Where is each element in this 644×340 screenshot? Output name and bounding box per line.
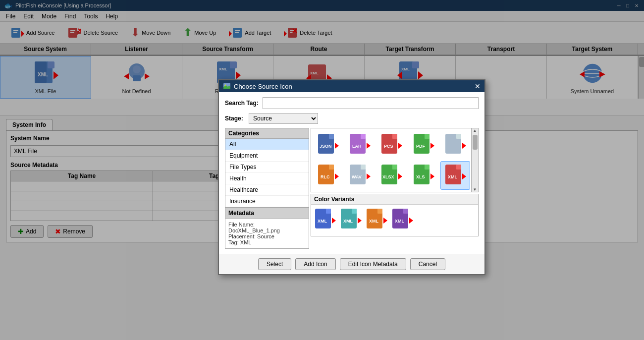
category-equipment[interactable]: Equipment [225, 150, 309, 162]
svg-rect-79 [329, 165, 334, 170]
placement-value: Source [257, 233, 274, 239]
svg-rect-83 [361, 165, 366, 170]
categories-panel: Categories All Equipment File Types Heal… [225, 128, 309, 208]
svg-marker-74 [430, 143, 434, 149]
svg-rect-68 [392, 134, 397, 139]
color-variant-blue[interactable]: XML [314, 208, 336, 233]
search-tag-label: Search Tag: [225, 100, 259, 107]
modal-content: Categories All Equipment File Types Heal… [225, 128, 479, 249]
icons-scroll-down[interactable]: ▼ [473, 187, 477, 192]
svg-rect-91 [425, 165, 429, 170]
svg-rect-111 [403, 209, 408, 214]
categories-title: Categories [225, 128, 309, 139]
svg-text:WAV: WAV [352, 174, 362, 179]
placement-label: Placement: [228, 233, 256, 239]
svg-rect-107 [377, 209, 382, 214]
svg-rect-95 [456, 165, 461, 170]
icons-scrollbar[interactable]: ▲ ▼ [471, 128, 478, 192]
svg-text:XML: XML [369, 219, 379, 224]
category-health[interactable]: Health [225, 173, 309, 184]
svg-text:XML: XML [395, 219, 405, 224]
placement-row: Placement: Source [228, 233, 306, 239]
modal-close-button[interactable]: ✕ [475, 82, 481, 90]
svg-text:PDF: PDF [416, 144, 426, 149]
svg-marker-109 [383, 218, 387, 224]
meta-tag-value: XML [240, 239, 252, 245]
svg-marker-77 [462, 143, 466, 149]
file-name-row: File Name: [228, 222, 306, 227]
search-row: Search Tag: [225, 97, 479, 109]
category-healthcare[interactable]: Healthcare [225, 184, 309, 196]
icon-lah[interactable]: LAH [345, 130, 375, 159]
color-variants-panel: Color Variants XML [311, 194, 479, 236]
modal-title-left: Choose Source Icon [223, 82, 292, 90]
svg-marker-101 [332, 218, 336, 224]
svg-rect-76 [456, 134, 461, 139]
color-variants-title: Color Variants [311, 194, 478, 205]
icon-xls[interactable]: XLS [409, 161, 438, 190]
tag-row: Tag: XML [228, 239, 306, 245]
modal-title-bar: Choose Source Icon ✕ [219, 80, 484, 92]
modal-overlay: Choose Source Icon ✕ Search Tag: Stage: … [0, 0, 644, 340]
icon-wav[interactable]: WAV [345, 161, 375, 190]
svg-rect-103 [352, 209, 357, 214]
svg-text:XML: XML [318, 219, 327, 224]
category-all[interactable]: All [225, 139, 309, 150]
icon-pcs[interactable]: PCS [376, 130, 406, 159]
file-name-value: DocXML_Blue_1.png [228, 227, 306, 233]
icon-json[interactable]: JSON [313, 130, 343, 159]
svg-rect-60 [329, 134, 334, 139]
svg-text:LAH: LAH [352, 144, 362, 149]
icons-scroll-thumb[interactable] [473, 135, 478, 150]
svg-marker-89 [398, 173, 402, 179]
modal-footer: Select Add Icon Edit Icon Metadata Cance… [219, 254, 484, 274]
add-icon-button[interactable]: Add Icon [295, 258, 335, 270]
color-variant-purple[interactable]: XML [391, 208, 413, 233]
edit-icon-metadata-button[interactable]: Edit Icon Metadata [340, 258, 406, 270]
icon-blank[interactable] [440, 130, 470, 159]
svg-marker-70 [398, 143, 402, 149]
color-variants-grid: XML XML [311, 205, 478, 236]
svg-text:RLC: RLC [321, 174, 330, 179]
stage-label: Stage: [225, 115, 245, 122]
svg-rect-87 [392, 165, 397, 170]
svg-marker-105 [358, 218, 362, 224]
metadata-content: File Name: DocXML_Blue_1.png Placement: … [225, 219, 309, 248]
svg-text:JSON: JSON [320, 144, 332, 149]
color-variant-teal[interactable]: XML [340, 208, 362, 233]
svg-text:XML: XML [343, 219, 353, 224]
file-name-label: File Name: [228, 222, 255, 227]
svg-marker-113 [409, 218, 413, 224]
svg-marker-85 [367, 173, 371, 179]
category-insurance[interactable]: Insurance [225, 196, 309, 207]
stage-select[interactable]: Source Target Transform Route [249, 113, 318, 124]
icons-scroll-up[interactable]: ▲ [473, 128, 477, 133]
svg-rect-72 [425, 134, 429, 139]
svg-rect-64 [361, 134, 366, 139]
left-panel: Categories All Equipment File Types Heal… [225, 128, 307, 249]
icon-xlsx[interactable]: XLSX [376, 161, 406, 190]
icon-pdf[interactable]: PDF [409, 130, 438, 159]
svg-text:XML: XML [448, 174, 458, 179]
stage-row: Stage: Source Target Transform Route [225, 113, 479, 124]
search-tag-input[interactable] [263, 97, 479, 109]
categories-list: All Equipment File Types Health Healthca… [225, 139, 309, 207]
svg-marker-81 [335, 173, 339, 179]
meta-tag-label: Tag: [228, 239, 239, 245]
svg-marker-93 [430, 173, 434, 179]
choose-source-icon-modal: Choose Source Icon ✕ Search Tag: Stage: … [218, 79, 485, 275]
svg-text:XLSX: XLSX [382, 174, 394, 179]
icons-grid: JSON LAH [311, 128, 478, 192]
icon-rlc[interactable]: RLC [313, 161, 343, 190]
modal-title-icon [223, 82, 231, 90]
icons-panel: JSON LAH [311, 128, 479, 192]
cancel-button[interactable]: Cancel [410, 258, 445, 270]
color-variant-orange[interactable]: XML [366, 208, 387, 233]
category-file-types[interactable]: File Types [225, 162, 309, 173]
modal-body: Search Tag: Stage: Source Target Transfo… [219, 92, 484, 254]
metadata-panel: Metadata File Name: DocXML_Blue_1.png Pl… [225, 208, 309, 249]
svg-marker-66 [367, 143, 371, 149]
svg-text:PCS: PCS [384, 144, 393, 149]
icon-xml[interactable]: XML [440, 161, 470, 190]
select-button[interactable]: Select [258, 258, 291, 270]
